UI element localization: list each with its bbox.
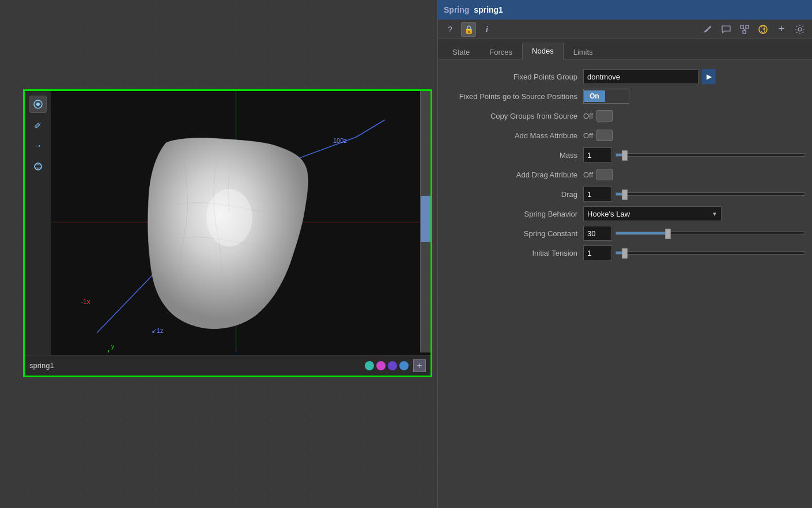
fixed-points-source-label: Fixed Points go to Source Positions [445, 92, 583, 101]
svg-text:10z: 10z [275, 200, 286, 207]
toolbar-btn-eye[interactable] [29, 96, 47, 113]
spring-constant-value [583, 226, 805, 241]
fixed-points-group-value: ▶ [583, 69, 805, 84]
add-drag-label: Add Drag Attribute [445, 170, 583, 179]
spring-behavior-row: Spring Behavior Hooke's Law ▼ [438, 204, 812, 223]
add-mass-checkbox[interactable] [596, 130, 613, 141]
panel-tabs: State Forces Nodes Limits [438, 39, 812, 60]
copy-groups-value: Off [583, 110, 805, 122]
add-viewport-button[interactable]: + [413, 359, 426, 372]
svg-text:-1x: -1x [81, 298, 90, 306]
drag-slider-container [583, 187, 805, 202]
spring-behavior-dropdown[interactable]: Hooke's Law ▼ [583, 206, 722, 221]
add-mass-value: Off [583, 130, 805, 141]
initial-tension-input[interactable] [583, 245, 612, 260]
spring-constant-slider-container [583, 226, 805, 241]
initial-tension-slider-track[interactable] [615, 251, 805, 255]
svg-rect-20 [743, 31, 746, 33]
tab-nodes[interactable]: Nodes [522, 43, 564, 60]
spring-constant-input[interactable] [583, 226, 612, 241]
svg-point-1 [36, 103, 40, 106]
svg-point-17 [206, 189, 252, 247]
speech-bubble-btn[interactable] [719, 22, 734, 37]
mass-input[interactable] [583, 147, 612, 162]
spring-behavior-text: Hooke's Law [587, 210, 630, 218]
node-name-label: spring1 [474, 5, 503, 14]
initial-tension-value [583, 245, 805, 260]
edit-icon-btn[interactable] [700, 22, 715, 37]
mass-slider-container [583, 147, 805, 162]
footer-dots: + [365, 359, 426, 372]
copy-groups-checkbox[interactable] [596, 110, 613, 122]
svg-line-5 [247, 137, 356, 177]
tab-limits[interactable]: Limits [564, 44, 603, 60]
svg-point-24 [798, 28, 802, 31]
drag-value [583, 187, 805, 202]
viewport-canvas[interactable]: -1x 10z 100z ↙1z y x z [51, 91, 420, 352]
info-button[interactable]: i [479, 22, 494, 37]
fixed-points-group-label: Fixed Points Group [445, 73, 583, 81]
panel-header: Spring spring1 [438, 0, 812, 20]
dot-teal[interactable] [365, 361, 374, 370]
toolbar-btn-arrow[interactable]: → [29, 137, 47, 154]
add-drag-off-text: Off [583, 170, 593, 179]
initial-tension-label: Initial Tension [445, 249, 583, 257]
fixed-points-group-arrow[interactable]: ▶ [702, 69, 716, 84]
dot-purple[interactable] [376, 361, 386, 370]
initial-tension-row: Initial Tension [438, 243, 812, 263]
fixed-points-source-value: On [583, 89, 805, 104]
svg-line-6 [356, 120, 385, 137]
drag-input[interactable] [583, 187, 612, 202]
spring-constant-label: Spring Constant [445, 229, 583, 238]
toolbar-btn-sphere[interactable] [29, 158, 47, 175]
network-btn[interactable] [737, 22, 752, 37]
drag-label: Drag [445, 190, 583, 199]
lock-button[interactable]: 🔒 [461, 22, 476, 37]
tab-forces[interactable]: Forces [479, 44, 522, 60]
spring-behavior-value: Hooke's Law ▼ [583, 206, 805, 221]
spring-constant-slider-track[interactable] [615, 232, 805, 235]
mass-row: Mass [438, 145, 812, 165]
drag-slider-track[interactable] [615, 192, 805, 196]
add-drag-value: Off [583, 169, 805, 180]
vertical-scrollbar[interactable] [420, 91, 430, 352]
help-button[interactable]: ? [443, 22, 458, 37]
svg-point-2 [35, 163, 41, 170]
dropdown-arrow-icon: ▼ [712, 211, 717, 217]
add-btn[interactable]: + [774, 22, 789, 37]
svg-rect-18 [741, 25, 743, 28]
mass-value [583, 147, 805, 162]
toolbar-btn-pen[interactable]: ✏ [29, 116, 47, 134]
python-btn[interactable] [756, 22, 771, 37]
add-drag-checkbox[interactable] [596, 169, 613, 180]
add-drag-row: Add Drag Attribute Off [438, 165, 812, 184]
copy-groups-row: Copy Groups from Source Off [438, 106, 812, 126]
svg-rect-19 [746, 25, 749, 28]
settings-btn[interactable] [792, 22, 807, 37]
drag-row: Drag [438, 184, 812, 204]
fixed-points-source-row: Fixed Points go to Source Positions On [438, 86, 812, 106]
spring-behavior-label: Spring Behavior [445, 210, 583, 218]
svg-text:↙1z: ↙1z [152, 327, 164, 334]
svg-text:100z: 100z [333, 137, 347, 144]
node-type-label: Spring [444, 5, 469, 14]
mass-slider-track[interactable] [615, 153, 805, 157]
copy-groups-off-text: Off [583, 112, 593, 120]
copy-groups-label: Copy Groups from Source [445, 112, 583, 120]
viewport-label: spring1 [29, 361, 365, 370]
mass-label: Mass [445, 151, 583, 160]
viewport-toolbar: ✏ → [25, 91, 51, 376]
dot-blue[interactable] [399, 361, 409, 370]
add-mass-off-text: Off [583, 131, 593, 140]
fixed-points-group-input[interactable] [583, 69, 698, 84]
dot-blue-purple[interactable] [388, 361, 397, 370]
scrollbar-thumb[interactable] [421, 196, 430, 242]
fixed-points-source-toggle[interactable]: On [583, 89, 629, 104]
toggle-on-label: On [584, 90, 605, 102]
panel-toolbar: ? 🔒 i + [438, 20, 812, 39]
svg-point-3 [35, 165, 41, 168]
svg-line-4 [97, 177, 247, 333]
add-mass-label: Add Mass Attribute [445, 131, 583, 140]
properties-panel: Spring spring1 ? 🔒 i + State Forces Node… [437, 0, 812, 508]
tab-state[interactable]: State [443, 44, 479, 60]
